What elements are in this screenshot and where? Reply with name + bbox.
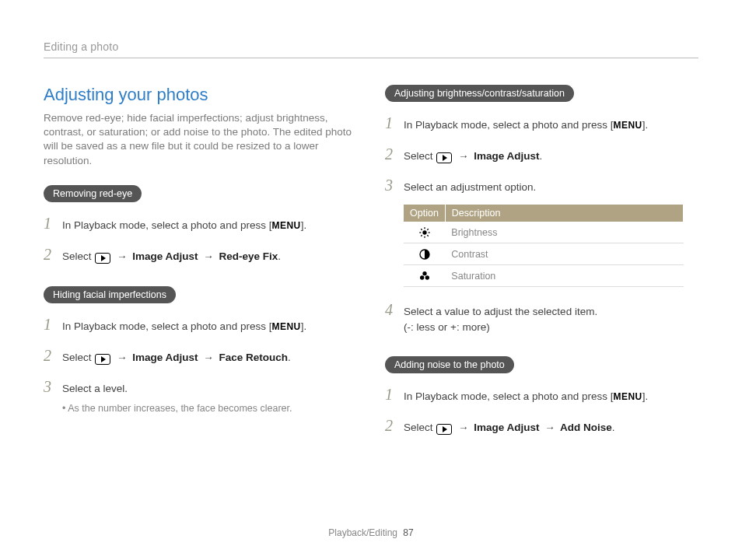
menu-icon: MENU [271,321,300,332]
play-mode-icon [436,424,452,435]
table-row: Brightness [404,222,684,243]
step-text: Select [62,352,94,363]
step-number: 2 [44,243,62,266]
page-footer: Playback/Editing 87 [0,527,742,538]
table-header-row: Option Description [404,205,684,222]
option-desc: Contrast [445,243,683,265]
right-column: Adjusting brightness/contrast/saturation… [385,85,698,457]
step-1: 1 In Playback mode, select a photo and p… [44,313,357,336]
step-4: 4 Select a value to adjust the selected … [385,298,698,336]
svg-point-11 [420,275,424,279]
step-number: 1 [44,313,62,336]
step-number: 2 [385,414,404,437]
section-title: Adjusting your photos [44,85,357,105]
table-header: Description [445,205,683,222]
step-text: . [612,422,615,433]
step-text: ]. [642,119,649,131]
step-text: Select [404,150,436,162]
menu-icon: MENU [613,391,642,402]
step-text: Select an adjustment option. [404,180,698,195]
menu-path: Image Adjust [130,250,201,262]
step-text: Select a level. [62,381,357,397]
table-row: Saturation [404,265,684,287]
steps-add-noise: 1 In Playback mode, select a photo and p… [385,383,698,437]
arrow-icon: → [203,250,214,262]
svg-point-0 [422,230,426,234]
arrow-icon: → [117,352,128,363]
step-3: 3 Select a level. [44,375,357,398]
step-text: . [540,150,543,162]
step-1: 1 In Playback mode, select a photo and p… [385,383,698,406]
step-1: 1 In Playback mode, select a photo and p… [385,111,698,135]
footer-section: Playback/Editing [328,527,397,538]
sub-note: As the number increases, the face become… [62,403,357,414]
option-desc: Saturation [445,265,683,287]
step-number: 4 [385,298,404,321]
step-text: ]. [301,320,307,332]
step-3: 3 Select an adjustment option. [385,173,698,197]
menu-path: Image Adjust [471,422,543,433]
svg-line-7 [421,235,422,236]
contrast-icon [404,243,445,265]
step-1: 1 In Playback mode, select a photo and p… [44,212,357,235]
options-table: Option Description Brightness Contrast [404,205,684,287]
saturation-icon [404,265,445,287]
arrow-icon: → [544,422,555,433]
arrow-icon: → [458,150,469,162]
svg-line-5 [421,229,422,229]
step-2: 2 Select → Image Adjust → Face Retouch. [44,344,357,367]
step-number: 1 [44,212,62,235]
table-row: Contrast [404,243,684,265]
play-mode-icon [95,253,110,264]
heading-hiding-facial: Hiding facial imperfections [44,286,176,303]
heading-adjust-bcs: Adjusting brightness/contrast/saturation [385,85,574,102]
arrow-icon: → [458,422,469,433]
step-text: ]. [642,390,649,402]
step-text: In Playback mode, select a photo and pre… [62,320,271,332]
step-text: Select [62,250,94,262]
step-number: 3 [44,375,62,398]
table-header: Option [404,205,445,222]
page-number: 87 [403,527,413,538]
content-columns: Adjusting your photos Remove red-eye; hi… [44,85,698,457]
step-2: 2 Select → Image Adjust. [385,142,698,166]
menu-path: Image Adjust [130,352,201,363]
menu-path: Red-eye Fix [216,250,278,262]
step-2: 2 Select → Image Adjust → Add Noise. [385,414,698,437]
play-mode-icon [95,354,110,365]
svg-line-8 [427,229,428,229]
svg-point-12 [425,275,429,279]
steps-adjust-bcs: 1 In Playback mode, select a photo and p… [385,111,698,197]
intro-text: Remove red-eye; hide facial imperfection… [44,111,357,168]
menu-path: Face Retouch [216,352,288,363]
steps-adjust-bcs-contd: 4 Select a value to adjust the selected … [385,298,698,336]
steps-red-eye: 1 In Playback mode, select a photo and p… [44,212,357,266]
arrow-icon: → [203,352,214,363]
step-number: 3 [385,173,404,197]
step-text: . [278,250,281,262]
option-desc: Brightness [445,222,683,243]
step-text: . [288,352,291,363]
play-mode-icon [436,152,452,163]
step-text: ]. [301,219,307,231]
arrow-icon: → [117,250,128,262]
breadcrumb: Editing a photo [44,40,698,58]
heading-removing-red-eye: Removing red-eye [44,185,142,202]
step-number: 1 [385,383,404,406]
heading-add-noise: Adding noise to the photo [385,356,514,373]
step-text: (-: less or +: more) [404,321,490,333]
left-column: Adjusting your photos Remove red-eye; hi… [44,85,357,457]
step-number: 2 [44,344,62,367]
note-text: As the number increases, the face become… [62,403,357,414]
step-number: 1 [385,111,404,135]
menu-icon: MENU [271,220,300,231]
step-text: In Playback mode, select a photo and pre… [62,219,271,231]
steps-face-retouch: 1 In Playback mode, select a photo and p… [44,313,357,398]
menu-icon: MENU [613,120,642,131]
step-text: Select a value to adjust the selected it… [404,306,597,317]
menu-path: Image Adjust [471,150,540,162]
step-text: In Playback mode, select a photo and pre… [404,119,613,131]
step-text: In Playback mode, select a photo and pre… [404,390,613,402]
step-number: 2 [385,142,404,166]
step-text: Select [404,422,436,433]
